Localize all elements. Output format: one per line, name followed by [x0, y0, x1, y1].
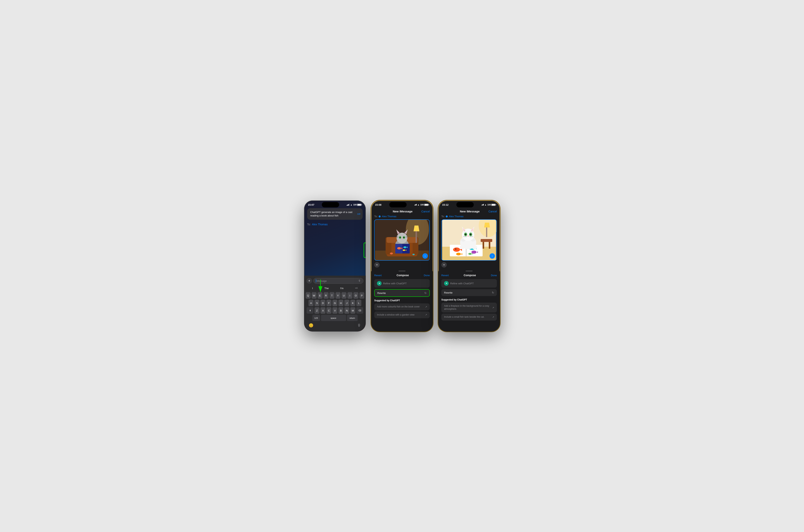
key-v[interactable]: V	[332, 307, 337, 314]
key-g[interactable]: G	[332, 300, 337, 306]
refine-chatgpt-button-3[interactable]: ✦ Refine with ChatGPT	[441, 279, 497, 288]
action-plus-2[interactable]: +	[374, 262, 380, 268]
key-f[interactable]: F	[326, 300, 332, 306]
dictation-bubble: ChatGPT generate an image of a cast read…	[307, 208, 363, 220]
dictation-button[interactable]: 🎙	[357, 323, 361, 328]
revert-button-2[interactable]: Revert	[374, 274, 381, 277]
key-return[interactable]: return	[347, 315, 358, 321]
time-display-3: 15:12	[442, 203, 448, 206]
key-u[interactable]: U	[341, 292, 347, 299]
suggest-i[interactable]: I	[311, 286, 315, 290]
suggested-label-2: Suggested by ChatGPT	[374, 299, 430, 302]
suggestion-1-button-3[interactable]: Add a fireplace in the background for a …	[441, 303, 497, 312]
key-123[interactable]: 123	[312, 315, 320, 321]
suggestion-1-button-2[interactable]: Add more colourful fish on the book cove…	[374, 303, 430, 310]
cancel-button-3[interactable]: Cancel	[488, 210, 497, 213]
key-space[interactable]: space	[321, 315, 346, 321]
to-contact-1[interactable]: Alex Thomas	[312, 223, 328, 226]
suggested-label-3: Suggested by ChatGPT	[441, 298, 497, 301]
action-row-2: +	[371, 261, 433, 269]
green-arrow-icon	[315, 279, 326, 294]
refine-chatgpt-button-2[interactable]: ✦ Refine with ChatGPT	[374, 279, 430, 288]
svg-rect-41	[481, 239, 492, 242]
svg-point-35	[412, 254, 415, 255]
key-d[interactable]: D	[320, 300, 325, 306]
wifi-icon-2: ▲	[417, 204, 419, 206]
key-l[interactable]: L	[356, 300, 361, 306]
action-plus-3[interactable]: +	[441, 262, 447, 268]
key-m[interactable]: M	[350, 307, 355, 314]
send-button-2[interactable]: ↑	[423, 253, 428, 259]
message-input-row: + Message 🎙	[305, 277, 365, 285]
status-bar-2: 15:08 ▲ 100	[371, 201, 433, 208]
time-display-1: 15:07	[308, 203, 314, 206]
keyboard-bottom-bar: 😊 🎙	[305, 322, 365, 328]
key-a[interactable]: A	[308, 300, 314, 306]
status-bar-1: 15:07 ▲ 100	[304, 201, 366, 208]
suggestion-2-button-2[interactable]: Include a window with a garden view ↗	[374, 311, 430, 319]
revert-button-3[interactable]: Revert	[441, 274, 449, 277]
key-q[interactable]: Q	[305, 292, 311, 299]
key-h[interactable]: H	[338, 300, 343, 306]
key-b[interactable]: B	[338, 307, 343, 314]
generated-image-3: FISH	[441, 220, 497, 261]
key-z[interactable]: Z	[315, 307, 319, 314]
svg-rect-39	[486, 227, 487, 237]
key-i[interactable]: I	[348, 292, 352, 299]
key-c[interactable]: C	[326, 307, 332, 314]
compose-tab-2[interactable]: Compose	[397, 274, 409, 277]
voice-input-icon[interactable]: 🎙	[358, 279, 361, 282]
wifi-icon-1: ▲	[350, 204, 352, 206]
dictation-area: ChatGPT generate an image of a cast read…	[304, 208, 366, 227]
svg-point-30	[403, 249, 405, 251]
done-button-3[interactable]: Done	[491, 274, 497, 277]
rewrite-refresh-icon-2: ↻	[424, 291, 427, 294]
suggest-format[interactable]: ≡A	[353, 286, 359, 290]
svg-marker-40	[484, 223, 490, 227]
status-icons-1: ▲ 100	[347, 204, 362, 206]
key-shift[interactable]: ⬆	[306, 307, 314, 314]
cancel-button-2[interactable]: Cancel	[421, 210, 430, 213]
rewrite-button-2[interactable]: Rewrite ↻	[374, 289, 430, 297]
svg-point-26	[397, 247, 401, 249]
key-k[interactable]: K	[350, 300, 355, 306]
attachment-plus-button[interactable]: +	[306, 278, 312, 284]
suggestion-arrow-icon-1-3: ↗	[492, 306, 494, 309]
svg-point-34	[390, 252, 393, 254]
svg-point-21	[399, 237, 401, 238]
imessage-screen-3: 15:12 ▲ 100	[438, 201, 500, 331]
key-backspace[interactable]: ⌫	[356, 307, 363, 314]
svg-point-10	[397, 233, 407, 244]
cat-illustration-svg-2	[375, 220, 429, 260]
svg-point-75	[466, 234, 466, 234]
status-icons-2: ▲ 100	[414, 204, 429, 206]
keyboard: + Message 🎙 I The I'm ≡A Q W	[304, 276, 366, 331]
to-contact-2[interactable]: Alex Thomas	[382, 215, 396, 218]
key-x[interactable]: X	[320, 307, 325, 314]
key-j[interactable]: J	[344, 300, 349, 306]
key-o[interactable]: O	[353, 292, 358, 299]
suggestion-2-button-3[interactable]: Include a small fish tank beside the cat…	[441, 314, 497, 321]
compose-tab-3[interactable]: Compose	[464, 274, 476, 277]
dynamic-island-1	[322, 202, 339, 207]
key-t[interactable]: T	[330, 292, 335, 299]
key-n[interactable]: N	[344, 307, 349, 314]
signal-icon-3	[482, 204, 484, 206]
to-row-2: To: Alex Thomas	[371, 214, 433, 220]
emoji-button[interactable]: 😊	[309, 323, 314, 328]
imessage-header-2: New iMessage Cancel	[371, 208, 433, 214]
cancel-btn-bubble[interactable]: cel	[357, 212, 360, 216]
green-oval-indicator	[363, 243, 366, 258]
key-p[interactable]: P	[359, 292, 364, 299]
header-title-2: New iMessage	[393, 210, 413, 213]
key-s[interactable]: S	[315, 300, 319, 306]
svg-rect-42	[483, 242, 484, 249]
rewrite-button-3[interactable]: Rewrite ↻	[441, 289, 497, 296]
cat-image-area-3: FISH	[442, 220, 497, 260]
done-button-2[interactable]: Done	[424, 274, 430, 277]
suggest-im[interactable]: I'm	[339, 286, 345, 290]
to-contact-3[interactable]: Alex Thomas	[449, 215, 464, 218]
status-icons-3: ▲ 100	[482, 204, 496, 206]
send-button-3[interactable]: ↑	[489, 253, 495, 259]
key-y[interactable]: Y	[336, 292, 340, 299]
